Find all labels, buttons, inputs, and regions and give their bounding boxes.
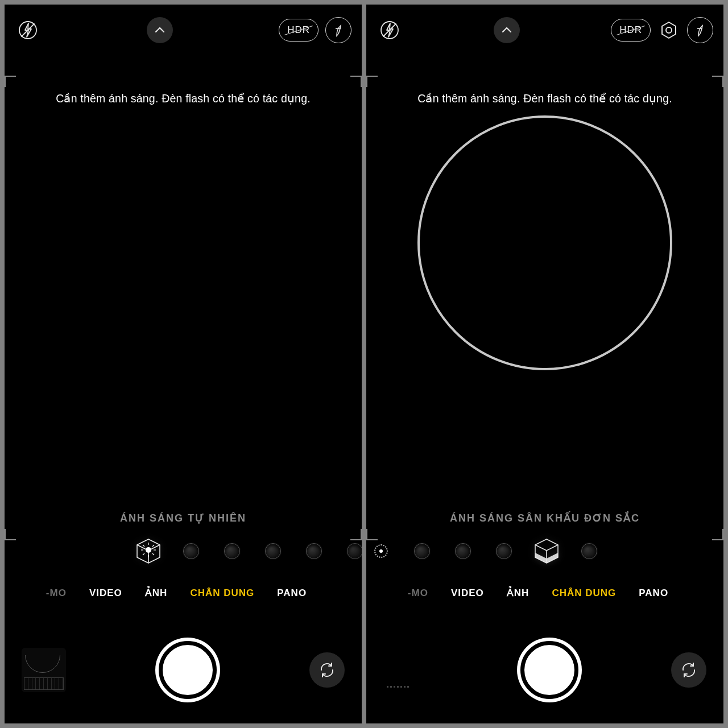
flip-camera-button[interactable] [671, 652, 706, 688]
frame-corner [712, 76, 723, 87]
svg-line-11 [143, 553, 144, 555]
mode-video[interactable]: VIDEO [451, 588, 484, 599]
lighting-selector[interactable] [366, 535, 723, 567]
shutter-button[interactable] [520, 641, 578, 699]
frame-corner [5, 76, 16, 87]
mode-portrait[interactable]: CHÂN DUNG [190, 588, 254, 599]
frame-corner [350, 76, 362, 87]
mode-selector[interactable]: -MO VIDEO ẢNH CHÂN DUNG PANO [366, 587, 723, 599]
lighting-dot[interactable] [347, 543, 362, 559]
lighting-dot[interactable] [224, 543, 240, 559]
mode-photo[interactable]: ẢNH [507, 587, 530, 599]
frame-corner [366, 76, 378, 87]
flash-off-icon[interactable] [15, 17, 41, 43]
camera-screen-left: HDR Cần thêm ánh sáng. Đèn flash có thể … [5, 5, 362, 723]
top-bar: HDR [5, 5, 362, 56]
hdr-toggle[interactable]: HDR [279, 19, 318, 42]
stage-light-circle [417, 115, 672, 370]
lighting-cube-icon[interactable] [134, 537, 163, 565]
mode-video[interactable]: VIDEO [89, 588, 122, 599]
hdr-label: HDR [287, 24, 310, 36]
shutter-button[interactable] [159, 641, 217, 699]
hdr-label: HDR [619, 24, 642, 36]
svg-line-8 [143, 545, 144, 547]
svg-point-14 [666, 27, 672, 33]
bottom-bar: -MO VIDEO ẢNH CHÂN DUNG PANO [366, 577, 723, 723]
mode-portrait[interactable]: CHÂN DUNG [552, 588, 616, 599]
lighting-mode-label: ÁNH SÁNG TỰ NHIÊN [5, 512, 362, 524]
hdr-toggle[interactable]: HDR [611, 19, 651, 42]
aperture-button[interactable] [325, 17, 351, 43]
lighting-dot[interactable] [581, 543, 597, 559]
camera-screen-right: HDR Cần thêm ánh sáng. Đèn flash có thể … [366, 5, 723, 723]
mode-photo[interactable]: ẢNH [145, 587, 168, 599]
mode-pano[interactable]: PANO [639, 588, 668, 599]
chevron-up-icon[interactable] [494, 17, 520, 43]
mode-selector[interactable]: -MO VIDEO ẢNH CHÂN DUNG PANO [5, 587, 362, 599]
last-photo-thumbnail[interactable] [22, 648, 66, 692]
lighting-dot[interactable] [414, 543, 430, 559]
low-light-hint: Cần thêm ánh sáng. Đèn flash có thể có t… [366, 92, 723, 105]
last-photo-thumbnail[interactable] [383, 648, 428, 692]
lighting-mode-label: ÁNH SÁNG SÂN KHẤU ĐƠN SẮC [366, 512, 723, 524]
mode-slomo[interactable]: -MO [46, 588, 67, 599]
low-light-hint: Cần thêm ánh sáng. Đèn flash có thể có t… [5, 92, 362, 105]
lighting-cube-icon[interactable] [532, 537, 561, 565]
chevron-up-icon[interactable] [147, 17, 173, 43]
lighting-dot[interactable] [265, 543, 281, 559]
lighting-dot[interactable] [306, 543, 322, 559]
svg-point-3 [146, 547, 151, 553]
lighting-dot-natural[interactable] [373, 543, 389, 559]
flip-camera-button[interactable] [309, 652, 345, 688]
top-bar: HDR [366, 5, 723, 56]
svg-line-10 [152, 545, 154, 547]
lighting-dot[interactable] [496, 543, 512, 559]
svg-line-9 [152, 553, 154, 555]
flash-off-icon[interactable] [377, 17, 403, 43]
mode-slomo[interactable]: -MO [408, 588, 428, 599]
lighting-dot[interactable] [183, 543, 199, 559]
aperture-button[interactable] [687, 17, 713, 43]
bottom-bar: -MO VIDEO ẢNH CHÂN DUNG PANO [5, 577, 362, 723]
lighting-selector[interactable] [5, 535, 362, 567]
lighting-dot[interactable] [455, 543, 471, 559]
mode-pano[interactable]: PANO [277, 588, 307, 599]
lighting-hex-icon[interactable] [657, 17, 680, 43]
